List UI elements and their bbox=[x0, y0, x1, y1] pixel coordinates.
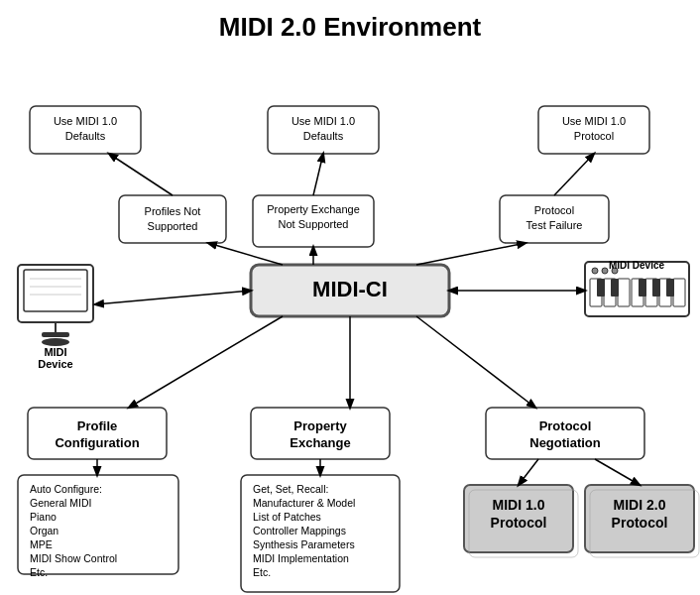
svg-text:General MIDI: General MIDI bbox=[30, 497, 91, 509]
svg-text:Configuration: Configuration bbox=[55, 435, 139, 450]
use-midi10-protocol-label: Use MIDI 1.0 bbox=[562, 115, 626, 127]
svg-text:Protocol: Protocol bbox=[491, 515, 547, 531]
svg-rect-55 bbox=[486, 408, 644, 459]
svg-text:MIDI Show Control: MIDI Show Control bbox=[30, 552, 117, 564]
arrow-midi-ci-to-left-device bbox=[95, 291, 251, 304]
arrow-pn-to-midi10 bbox=[519, 459, 538, 485]
svg-rect-31 bbox=[119, 195, 226, 243]
use-midi10-defaults-mid-label: Use MIDI 1.0 bbox=[292, 115, 355, 127]
svg-rect-46 bbox=[251, 408, 390, 459]
svg-text:Piano: Piano bbox=[30, 511, 57, 523]
protocol-negotiation-label: Protocol bbox=[539, 418, 592, 433]
profiles-not-supported-label: Profiles Not bbox=[145, 205, 201, 217]
svg-text:Synthesis Parameters: Synthesis Parameters bbox=[253, 538, 355, 550]
svg-rect-12 bbox=[618, 279, 630, 306]
svg-text:Test Failure: Test Failure bbox=[526, 219, 583, 231]
svg-text:Not Supported: Not Supported bbox=[279, 218, 349, 230]
arrow-px-not-sup-to-use-midi10 bbox=[313, 154, 323, 195]
use-midi10-defaults-left-label: Use MIDI 1.0 bbox=[54, 115, 117, 127]
svg-text:Protocol: Protocol bbox=[574, 130, 614, 142]
get-set-recall-label: Get, Set, Recall: bbox=[253, 483, 328, 495]
svg-rect-2 bbox=[24, 270, 87, 311]
svg-rect-21 bbox=[666, 279, 674, 297]
svg-text:Manufacturer & Model: Manufacturer & Model bbox=[253, 497, 355, 509]
svg-text:Controller Mappings: Controller Mappings bbox=[253, 525, 346, 536]
svg-text:List of Patches: List of Patches bbox=[253, 511, 321, 523]
svg-rect-16 bbox=[673, 279, 685, 306]
svg-rect-19 bbox=[639, 279, 646, 297]
svg-text:Defaults: Defaults bbox=[303, 130, 344, 142]
svg-text:MIDI Implementation: MIDI Implementation bbox=[253, 552, 349, 564]
svg-text:Supported: Supported bbox=[148, 220, 198, 232]
svg-rect-17 bbox=[597, 279, 605, 297]
svg-rect-18 bbox=[611, 279, 619, 297]
property-exchange-label: Property bbox=[293, 418, 347, 433]
arrow-profiles-not-sup-to-use-midi10 bbox=[109, 154, 173, 195]
svg-rect-37 bbox=[28, 408, 167, 459]
page: MIDI 2.0 Environment MIDI-CI MIDI Device bbox=[0, 0, 700, 595]
svg-rect-7 bbox=[42, 332, 69, 337]
svg-point-22 bbox=[592, 268, 598, 274]
profile-config-label: Profile bbox=[77, 418, 117, 433]
property-exchange-not-supported-label: Property Exchange bbox=[267, 203, 360, 215]
arrow-mci-to-protocol-test-failure bbox=[416, 243, 525, 265]
svg-text:Organ: Organ bbox=[30, 525, 58, 536]
auto-configure-label: Auto Configure: bbox=[30, 483, 102, 495]
arrow-ptf-to-use-midi10-protocol bbox=[554, 154, 594, 195]
midi20-protocol-label: MIDI 2.0 bbox=[614, 497, 666, 513]
arrow-mci-to-profile-config bbox=[129, 316, 283, 408]
svg-text:Protocol: Protocol bbox=[612, 515, 668, 531]
svg-text:MPE: MPE bbox=[30, 538, 53, 550]
protocol-test-failure-label: Protocol bbox=[534, 204, 574, 216]
svg-text:Exchange: Exchange bbox=[290, 435, 350, 450]
midi-ci-label: MIDI-CI bbox=[312, 277, 388, 301]
svg-text:Etc.: Etc. bbox=[253, 566, 271, 578]
page-title: MIDI 2.0 Environment bbox=[0, 0, 700, 49]
diagram: MIDI-CI MIDI Device bbox=[0, 49, 700, 595]
arrow-mci-to-protocol-negotiation bbox=[416, 316, 535, 408]
midi-device-right-label: MIDI Device bbox=[609, 260, 665, 271]
svg-text:Negotiation: Negotiation bbox=[529, 435, 601, 450]
svg-point-8 bbox=[42, 338, 69, 346]
midi-device-left-label2: Device bbox=[38, 358, 72, 370]
svg-rect-20 bbox=[652, 279, 660, 297]
midi10-protocol-label: MIDI 1.0 bbox=[493, 497, 545, 513]
midi-device-left-label: MIDI bbox=[44, 346, 66, 358]
svg-text:Etc.: Etc. bbox=[30, 566, 48, 578]
svg-text:Defaults: Defaults bbox=[65, 130, 106, 142]
svg-point-23 bbox=[602, 268, 608, 274]
arrow-pn-to-midi20 bbox=[595, 459, 640, 485]
